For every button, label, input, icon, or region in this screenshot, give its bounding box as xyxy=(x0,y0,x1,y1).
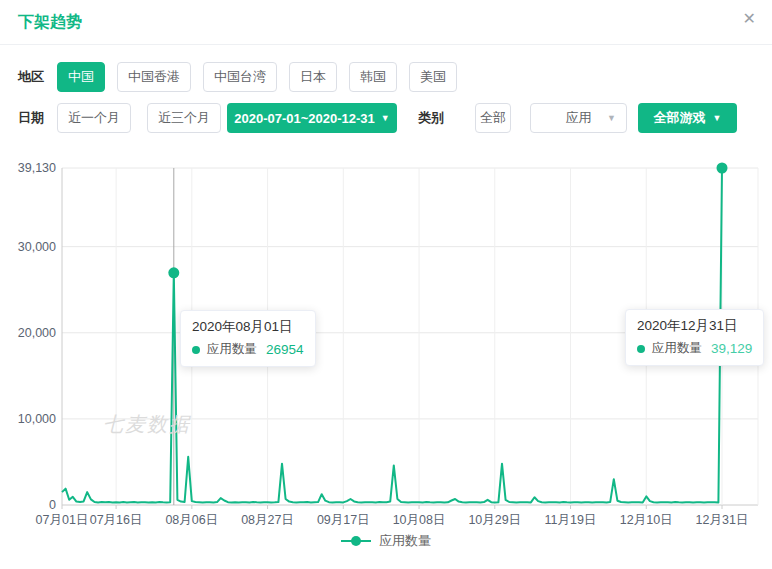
x-axis-label: 08月27日 xyxy=(241,512,294,529)
legend-label: 应用数量 xyxy=(379,532,431,550)
tooltip-date: 2020年08月01日 xyxy=(192,318,304,336)
tooltip-date: 2020年12月31日 xyxy=(637,317,752,335)
legend-line-dot-icon xyxy=(341,535,371,547)
x-axis-label: 12月31日 xyxy=(696,512,749,529)
series-dot-icon xyxy=(192,346,200,354)
x-axis-label: 07月01日 xyxy=(36,512,89,529)
x-axis-label: 09月17日 xyxy=(317,512,370,529)
tooltip-value: 39,129 xyxy=(711,341,752,356)
watermark: 七麦数据 xyxy=(103,411,191,438)
x-axis-label: 11月19日 xyxy=(545,512,597,529)
tooltip-value: 26954 xyxy=(266,342,304,357)
chart-tooltip: 2020年12月31日 应用数量 39,129 xyxy=(625,309,764,366)
y-axis-label: 20,000 xyxy=(0,326,56,340)
trend-chart[interactable] xyxy=(0,0,772,569)
x-axis-label: 12月10日 xyxy=(620,512,673,529)
chart-tooltip: 2020年08月01日 应用数量 26954 xyxy=(180,310,316,367)
tooltip-series-label: 应用数量 xyxy=(652,340,702,357)
y-axis-label: 39,130 xyxy=(0,161,56,175)
x-axis-label: 10月29日 xyxy=(468,512,521,529)
legend-item[interactable]: 应用数量 xyxy=(0,532,772,550)
y-axis-label: 30,000 xyxy=(0,240,56,254)
x-axis-label: 07月16日 xyxy=(90,512,143,529)
x-axis-label: 10月08日 xyxy=(393,512,446,529)
y-axis-label: 0 xyxy=(0,498,56,512)
highlight-marker xyxy=(717,163,728,174)
highlight-marker xyxy=(168,267,179,278)
series-dot-icon xyxy=(637,345,645,353)
trend-line xyxy=(62,168,722,503)
y-axis-label: 10,000 xyxy=(0,412,56,426)
tooltip-series-label: 应用数量 xyxy=(207,341,257,358)
x-axis-label: 08月06日 xyxy=(165,512,218,529)
